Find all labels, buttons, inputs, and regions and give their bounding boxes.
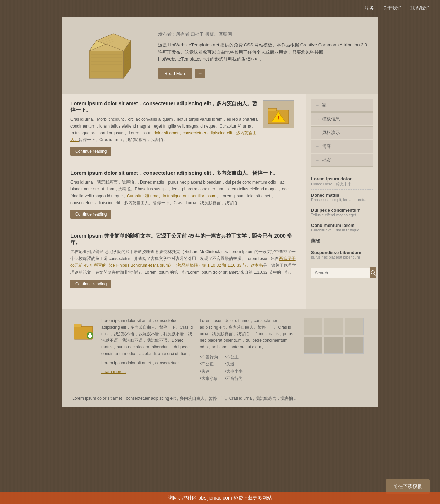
footer-thumb-6 [345,337,364,354]
svg-point-26 [371,271,374,274]
sidebar-list-item-5: 燕雀 [311,235,373,247]
search-icon [370,270,376,276]
footer-links: •不当行为 •不公正 •失迷 •大事小事 •不公正 •失迷 •大事小事 •不当行… [200,354,296,382]
content-area: Lorem ipsum dolor sit amet，consectetuer … [62,94,378,309]
footer-bottom-content: Lorem ipsum dolor sit amet，consectetuer … [62,390,378,407]
sidebar-list-item-3-sub: Tellus eleifend magna eget [311,213,373,217]
sidebar-nav-blog-label: 博客 [322,143,331,150]
footer-link-1-3[interactable]: •失迷 [200,369,218,374]
footer-col1-texts: Lorem ipsum dolor sit amet，consectetuer … [101,318,193,382]
sidebar-list-item-1: Lorem ipsum dolor Donec libero，给完未来 [311,174,373,190]
hero-content: 发布者：所有者|归档于 模板、互联网 这是 HotWebsiteTemplate… [158,31,368,79]
box-illustration [72,23,141,85]
search-button[interactable] [370,267,376,278]
sidebar-list-item-3: Dui pede condimentum Tellus eleifend mag… [311,205,373,220]
footer-thumbnails [304,318,368,354]
sidebar-nav-archive-label: 档案 [322,157,331,163]
article-1-image-placeholder: ! [263,100,294,128]
sidebar-list-item-4-title: Condimentum lorem [311,223,373,228]
article-1-link[interactable]: dolor sit amet，consectetuer adipiscing e… [70,131,257,142]
footer-link-1-4[interactable]: •大事小事 [200,376,218,382]
footer-link-2-4[interactable]: •不当行为 [225,376,243,382]
sidebar-list-item-5-title: 燕雀 [311,238,373,244]
top-nav: 服务 关于我们 联系我们 [0,0,440,17]
sidebar-nav-blog[interactable]: → 博客 [311,140,373,153]
read-more-button[interactable]: Read More [158,68,192,79]
footer-col2: Lorem ipsum dolor sit amet，consectetuer … [200,318,296,382]
article-2-body: Cras id urna，我沉默寡言，我害怕 ... Donec mattis，… [70,179,297,206]
sidebar-arrow-home: → [316,103,319,107]
article-2-title: Lorem ipsum dolor sit amet，consectetuer … [70,170,297,176]
article-3-text: Lorem Ipsum 并非简单的随机文本。它源于公元前 45 年的一篇古典拉丁… [70,233,297,288]
sidebar-nav-demo-label: 风格演示 [322,130,340,136]
footer-link-2-1[interactable]: •不公正 [225,354,243,360]
sidebar-list-item-4: Condimentum lorem Curabitur vel urna in … [311,220,373,235]
article-1-inner: Lorem ipsum dolor sit amet，consectetuer … [70,100,297,156]
sidebar-list-item-2: Donec mattis Phasellus suscipit, leo a p… [311,190,373,205]
main-content: Lorem ipsum dolor sit amet，consectetuer … [62,94,306,309]
article-2: Lorem ipsum dolor sit amet，consectetuer … [70,170,297,226]
footer-link-1-2[interactable]: •不公正 [200,361,218,367]
footer-thumb-2 [324,318,343,335]
nav-item-services[interactable]: 服务 [364,5,374,11]
sidebar-list-item-6: Suspendisse bibendum purus nec placerat … [311,247,373,262]
sidebar-list-item-6-sub: purus nec placerat bibendum [311,255,373,259]
sidebar-nav-templates[interactable]: → 模板信息 [311,112,373,125]
article-2-inner: Lorem ipsum dolor sit amet，consectetuer … [70,170,297,219]
sidebar-list-item-6-title: Suspendisse bibendum [311,250,373,255]
sidebar-arrow-demo: → [316,131,319,135]
footer-link-1-1[interactable]: •不当行为 [200,354,218,360]
sidebar-nav-demo[interactable]: → 风格演示 [311,126,373,139]
footer-col2-intro: Lorem ipsum dolor sit amet，consectetuer … [200,318,296,351]
sidebar-search [311,267,373,278]
footer-link-col1: •不当行为 •不公正 •失迷 •大事小事 [200,354,218,382]
article-2-link[interactable]: Curabitur 和 urna。In tristique orci portt… [127,194,217,198]
article-3: Lorem Ipsum 并非简单的随机文本。它源于公元前 45 年的一篇古典拉丁… [70,233,297,295]
sidebar-nav: → 家 → 模板信息 → 风格演示 → 博客 → 档案 [311,99,373,167]
footer-col1-text1: Lorem ipsum dolor sit amet，consectetuer … [101,318,193,357]
nav-item-contact[interactable]: 联系我们 [410,5,430,11]
footer-learn-more-link[interactable]: Learn more... [101,369,193,374]
sidebar-arrow-blog: → [316,144,319,149]
hero-text: 这是 HotWebsiteTemplates.net 提供的免费 CSS 网站模… [158,42,368,63]
article-1-continue-button[interactable]: Continue reading [70,147,111,156]
article-2-text: Lorem ipsum dolor sit amet，consectetuer … [70,170,297,219]
footer-col1-icon [72,318,96,382]
hero-section: 发布者：所有者|归档于 模板、互联网 这是 HotWebsiteTemplate… [62,17,378,94]
plus-button[interactable]: + [195,69,205,78]
main-wrapper: 发布者：所有者|归档于 模板、互联网 这是 HotWebsiteTemplate… [62,17,378,407]
sidebar-list-item-4-sub: Curabitur vel urna in tristique [311,228,373,232]
footer-thumb-3 [345,318,364,335]
sidebar-list-item-3-title: Dui pede condimentum [311,208,373,213]
sidebar-list-item-2-title: Donec mattis [311,193,373,198]
article-3-link[interactable]: 西塞罗于公元前 45 年撰写的《de Finibus Bonorum et Ma… [70,256,296,268]
sidebar-nav-home[interactable]: → 家 [311,99,373,112]
article-3-title: Lorem Ipsum 并非简单的随机文本。它源于公元前 45 年的一篇古典拉丁… [70,233,297,246]
hero-buttons: Read More + [158,68,368,79]
sidebar-list-item-1-sub: Donec libero，给完未来 [311,182,373,187]
svg-line-27 [374,274,376,275]
article-3-body: 弗吉尼亚州汉普登-悉尼学院的拉丁语教授理查德 麦克林托克（Richard McC… [70,249,297,276]
sidebar-arrow-templates: → [316,117,319,121]
svg-rect-32 [88,335,92,337]
sidebar-nav-home-label: 家 [322,102,327,108]
footer-area: Lorem ipsum dolor sit amet，consectetuer … [62,309,378,390]
footer-thumb-1 [304,318,322,335]
article-3-continue-button[interactable]: Continue reading [70,280,111,288]
sidebar-list-item-1-title: Lorem ipsum dolor [311,176,373,182]
article-1-body: Cras id urna。Morbi tincidunt，orci ac con… [70,116,258,143]
article-1: Lorem ipsum dolor sit amet，consectetuer … [70,100,297,163]
footer-link-2-2[interactable]: •失迷 [225,361,243,367]
footer-bottom-text: Lorem ipsum dolor sit amet，consectetuer … [72,395,368,402]
footer-thumb-4 [304,337,322,354]
search-input[interactable] [311,268,370,278]
sidebar-list: Lorem ipsum dolor Donec libero，给完未来 Done… [311,174,373,262]
svg-text:!: ! [277,116,279,121]
article-1-image: ! [263,100,297,156]
hero-meta: 发布者：所有者|归档于 模板、互联网 [158,31,368,37]
footer-link-2-3[interactable]: •大事小事 [225,369,243,374]
sidebar-nav-archive[interactable]: → 档案 [311,154,373,167]
article-1-text: Lorem ipsum dolor sit amet，consectetuer … [70,100,258,156]
nav-item-about[interactable]: 关于我们 [383,5,402,11]
article-2-continue-button[interactable]: Continue reading [70,210,111,219]
